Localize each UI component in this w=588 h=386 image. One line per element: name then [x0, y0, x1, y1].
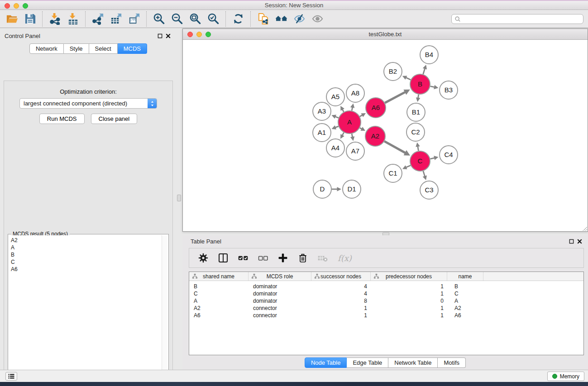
node-C[interactable]: C	[410, 151, 430, 171]
vertical-split-handle[interactable]	[177, 195, 181, 201]
table-cell[interactable]: dominator	[249, 291, 311, 297]
mcds-result-item[interactable]: C	[11, 258, 161, 266]
refresh-layout-icon[interactable]	[229, 11, 247, 27]
node-C4[interactable]: C4	[440, 146, 458, 164]
network-window-titlebar[interactable]: testGlobe.txt	[183, 29, 588, 40]
node-A[interactable]: A	[338, 111, 361, 133]
import-table-icon[interactable]	[64, 11, 82, 27]
node-B2[interactable]: B2	[384, 62, 402, 81]
table-cell[interactable]: A6	[447, 312, 483, 319]
table-cell[interactable]: A6	[189, 312, 249, 319]
memory-button[interactable]: Memory	[547, 372, 584, 381]
table-cell[interactable]: B	[447, 283, 483, 290]
zoom-fit-icon[interactable]	[186, 11, 204, 27]
close-window-button[interactable]	[5, 3, 10, 9]
node-A6[interactable]: A6	[366, 98, 386, 118]
table-cell[interactable]: connector	[249, 305, 311, 311]
node-A1[interactable]: A1	[313, 124, 331, 142]
float-panel-icon[interactable]	[156, 32, 164, 39]
node-A2[interactable]: A2	[365, 126, 385, 146]
node-D1[interactable]: D1	[343, 180, 361, 198]
export-table-icon[interactable]	[107, 11, 125, 27]
add-row-icon[interactable]	[276, 251, 290, 265]
table-cell[interactable]: 1	[371, 312, 447, 319]
table-cell[interactable]: 4	[311, 291, 371, 297]
column-header-mcds-role[interactable]: MCDS role	[249, 272, 311, 281]
tab-mcds[interactable]: MCDS	[118, 43, 147, 54]
hide-graphics-details-icon[interactable]	[290, 11, 308, 27]
gear-icon[interactable]	[196, 251, 210, 265]
network-graph[interactable]: AA6A2BCA1A3A4A5A7A8B1B2B3B4C1C2C3C4DD1	[183, 40, 588, 231]
node-C1[interactable]: C1	[384, 164, 402, 182]
tab-network[interactable]: Network	[29, 43, 64, 54]
show-graphics-details-icon[interactable]	[308, 11, 326, 27]
delete-table-icon[interactable]	[316, 251, 330, 265]
edge-B-B4[interactable]	[423, 68, 425, 74]
table-cell[interactable]: dominator	[249, 283, 311, 290]
export-image-icon[interactable]	[125, 11, 143, 27]
node-A7[interactable]: A7	[346, 142, 364, 160]
table-cell[interactable]: C	[189, 291, 249, 297]
edge-A-A3[interactable]	[335, 117, 338, 118]
edge-A-A1[interactable]	[335, 126, 338, 128]
edge-B-B1[interactable]	[418, 95, 419, 98]
node-B4[interactable]: B4	[420, 46, 438, 64]
delete-row-icon[interactable]	[296, 251, 310, 265]
float-table-panel-icon[interactable]	[567, 238, 575, 245]
close-panel-button[interactable]: Close panel	[91, 114, 138, 124]
split-columns-icon[interactable]	[216, 251, 230, 265]
node-B1[interactable]: B1	[407, 103, 425, 121]
save-session-icon[interactable]	[21, 11, 39, 27]
table-cell[interactable]: dominator	[249, 298, 311, 304]
column-header-shared-name[interactable]: shared name	[189, 272, 249, 281]
table-row[interactable]: Bdominator41B	[189, 283, 583, 290]
table-cell[interactable]: 1	[311, 305, 371, 311]
mcds-result-item[interactable]: A	[11, 244, 161, 251]
table-cell[interactable]: 0	[371, 298, 447, 304]
mcds-result-scrollbar[interactable]	[162, 235, 167, 385]
table-row[interactable]: A2connector11A2	[189, 305, 583, 312]
network-zoom-button[interactable]	[206, 32, 211, 37]
search-box[interactable]	[451, 14, 583, 24]
column-header-name[interactable]: name	[447, 272, 483, 281]
edge-C-C4[interactable]	[430, 158, 435, 159]
search-input[interactable]	[462, 16, 580, 22]
export-network-icon[interactable]	[89, 11, 107, 27]
mcds-result-item[interactable]: B	[11, 251, 161, 258]
table-cell[interactable]: B	[189, 283, 249, 290]
edge-C-C3[interactable]	[423, 171, 425, 176]
table-cell[interactable]: connector	[249, 312, 311, 319]
new-network-from-selection-icon[interactable]	[254, 11, 272, 27]
import-network-icon[interactable]	[46, 11, 64, 27]
edge-B-B3[interactable]	[430, 86, 435, 87]
first-neighbors-icon[interactable]	[272, 11, 290, 27]
table-cell[interactable]: A2	[189, 305, 249, 311]
mcds-result-item[interactable]: A2	[11, 237, 161, 244]
zoom-out-icon[interactable]	[168, 11, 186, 27]
table-row[interactable]: A6connector11A6	[189, 312, 583, 319]
table-cell[interactable]: A2	[447, 305, 483, 311]
edge-A2-C[interactable]	[384, 141, 406, 153]
zoom-selected-icon[interactable]	[204, 11, 222, 27]
edge-A-A6[interactable]	[360, 115, 363, 116]
node-A8[interactable]: A8	[346, 84, 364, 102]
table-cell[interactable]: A	[189, 298, 249, 304]
zoom-in-icon[interactable]	[150, 11, 168, 27]
network-close-button[interactable]	[187, 32, 193, 37]
node-A4[interactable]: A4	[326, 139, 344, 157]
table-cell[interactable]: 1	[371, 283, 447, 290]
edge-A-A8[interactable]	[352, 107, 353, 111]
tab-edge-table[interactable]: Edge Table	[347, 357, 388, 368]
tab-network-table[interactable]: Network Table	[388, 357, 438, 368]
run-mcds-button[interactable]: Run MCDS	[39, 114, 85, 124]
deselect-all-checkboxes-icon[interactable]	[256, 251, 270, 265]
tab-style[interactable]: Style	[64, 43, 89, 54]
table-row[interactable]: Cdominator41C	[189, 290, 583, 297]
tab-select[interactable]: Select	[89, 43, 118, 54]
open-file-icon[interactable]	[3, 11, 21, 27]
edge-A-A4[interactable]	[342, 133, 344, 135]
table-cell[interactable]: 4	[311, 283, 371, 290]
node-C3[interactable]: C3	[420, 181, 438, 199]
edge-A6-B[interactable]	[385, 92, 405, 103]
minimize-window-button[interactable]	[14, 3, 19, 9]
